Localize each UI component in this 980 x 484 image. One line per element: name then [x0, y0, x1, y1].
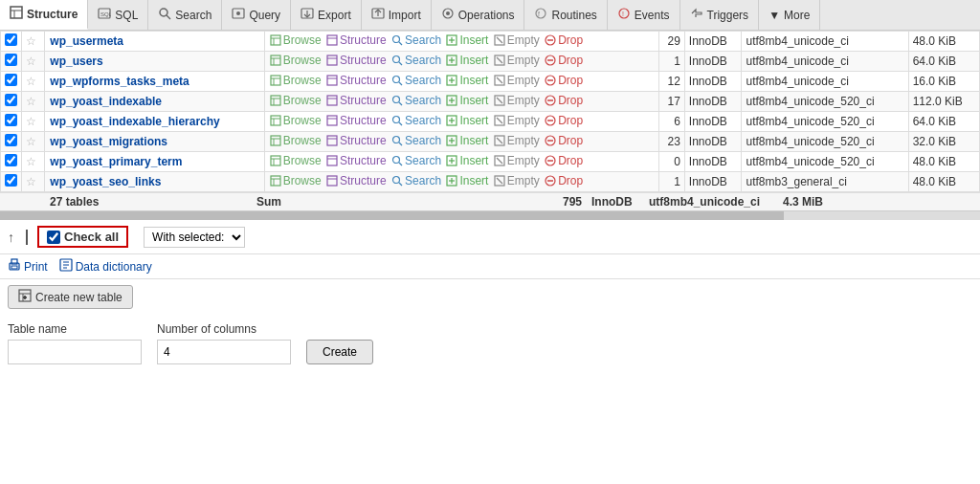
- empty-link[interactable]: Empty: [494, 174, 540, 187]
- structure-link[interactable]: Structure: [326, 134, 387, 147]
- table-name-link[interactable]: wp_yoast_primary_term: [50, 155, 182, 168]
- star-icon[interactable]: ☆: [26, 135, 36, 148]
- tab-structure[interactable]: Structure: [0, 0, 88, 30]
- tab-import[interactable]: Import: [362, 0, 432, 30]
- search-link[interactable]: Search: [391, 154, 441, 167]
- row-checkbox[interactable]: [5, 94, 17, 106]
- search-link[interactable]: Search: [391, 94, 441, 107]
- browse-link[interactable]: Browse: [270, 74, 322, 87]
- search-nav-icon: [158, 7, 171, 23]
- star-icon[interactable]: ☆: [26, 55, 36, 68]
- drop-link[interactable]: Drop: [545, 74, 583, 87]
- browse-link[interactable]: Browse: [270, 94, 322, 107]
- check-all-label[interactable]: Check all: [37, 226, 128, 248]
- table-name-link[interactable]: wp_usermeta: [50, 34, 123, 48]
- tab-operations[interactable]: Operations: [432, 0, 525, 30]
- tab-more[interactable]: ▼ More: [759, 0, 820, 30]
- browse-link[interactable]: Browse: [270, 174, 322, 187]
- table-name-link[interactable]: wp_wpforms_tasks_meta: [50, 75, 189, 88]
- search-link[interactable]: Search: [391, 134, 441, 147]
- search-link[interactable]: Search: [391, 174, 441, 187]
- tab-sql[interactable]: SQL SQL: [88, 0, 148, 30]
- row-checkbox[interactable]: [5, 74, 17, 86]
- create-button[interactable]: Create: [306, 340, 373, 364]
- with-selected-dropdown[interactable]: With selected:BrowseStructureDrop: [144, 227, 245, 248]
- structure-link[interactable]: Structure: [326, 33, 387, 47]
- search-link[interactable]: Search: [391, 114, 441, 127]
- star-icon[interactable]: ☆: [26, 155, 36, 168]
- structure-link[interactable]: Structure: [326, 114, 387, 127]
- browse-link[interactable]: Browse: [270, 134, 322, 147]
- drop-link[interactable]: Drop: [545, 33, 583, 47]
- search-link[interactable]: Search: [391, 54, 441, 67]
- create-new-table-button[interactable]: Create new table: [8, 285, 133, 309]
- empty-link[interactable]: Empty: [494, 134, 540, 147]
- insert-link[interactable]: Insert: [446, 54, 488, 67]
- table-name-input[interactable]: [8, 340, 142, 364]
- horizontal-scrollbar[interactable]: [0, 210, 980, 220]
- scroll-top-button[interactable]: ↑: [8, 230, 14, 245]
- structure-link[interactable]: Structure: [326, 154, 387, 167]
- row-checkbox[interactable]: [5, 33, 17, 46]
- print-link[interactable]: Print: [8, 258, 48, 275]
- drop-link[interactable]: Drop: [545, 94, 583, 107]
- star-icon[interactable]: ☆: [26, 34, 36, 48]
- row-checkbox[interactable]: [5, 174, 17, 187]
- empty-link[interactable]: Empty: [494, 33, 540, 47]
- insert-link[interactable]: Insert: [446, 154, 488, 167]
- row-checkbox[interactable]: [5, 54, 17, 66]
- tab-search[interactable]: Search: [148, 0, 222, 30]
- structure-link[interactable]: Structure: [326, 174, 387, 187]
- drop-link[interactable]: Drop: [545, 174, 583, 187]
- check-all-checkbox[interactable]: [47, 231, 60, 244]
- data-dictionary-link[interactable]: Data dictionary: [59, 258, 152, 275]
- row-checkbox[interactable]: [5, 134, 17, 146]
- empty-link[interactable]: Empty: [494, 74, 540, 87]
- structure-link[interactable]: Structure: [326, 74, 387, 87]
- structure-link[interactable]: Structure: [326, 54, 387, 67]
- drop-link[interactable]: Drop: [545, 114, 583, 127]
- search-link[interactable]: Search: [391, 33, 441, 47]
- browse-link[interactable]: Browse: [270, 154, 322, 167]
- svg-point-122: [393, 177, 400, 184]
- insert-link[interactable]: Insert: [446, 114, 488, 127]
- insert-link[interactable]: Insert: [446, 174, 488, 187]
- drop-link[interactable]: Drop: [545, 134, 583, 147]
- star-icon[interactable]: ☆: [26, 175, 36, 188]
- tab-routines[interactable]: f Routines: [524, 0, 607, 30]
- summary-total-collation: utf8mb4_unicode_ci: [649, 195, 783, 209]
- drop-link[interactable]: Drop: [545, 154, 583, 167]
- browse-link[interactable]: Browse: [270, 54, 322, 67]
- insert-link[interactable]: Insert: [446, 33, 488, 47]
- insert-link[interactable]: Insert: [446, 74, 488, 87]
- structure-link[interactable]: Structure: [326, 94, 387, 107]
- table-name-link[interactable]: wp_yoast_indexable: [50, 95, 162, 108]
- table-name-link[interactable]: wp_yoast_seo_links: [50, 175, 161, 188]
- insert-link[interactable]: Insert: [446, 94, 488, 107]
- table-name-link[interactable]: wp_users: [50, 55, 102, 68]
- empty-link[interactable]: Empty: [494, 94, 540, 107]
- row-type-cell: InnoDB: [684, 112, 742, 132]
- empty-link[interactable]: Empty: [494, 114, 540, 127]
- tab-export[interactable]: Export: [291, 0, 362, 30]
- row-checkbox[interactable]: [5, 154, 17, 166]
- tab-triggers[interactable]: Triggers: [680, 0, 760, 30]
- star-icon[interactable]: ☆: [26, 95, 36, 108]
- empty-link[interactable]: Empty: [494, 154, 540, 167]
- browse-link[interactable]: Browse: [270, 114, 322, 127]
- tab-query[interactable]: Query: [222, 0, 291, 30]
- drop-link[interactable]: Drop: [545, 54, 583, 67]
- search-link[interactable]: Search: [391, 74, 441, 87]
- browse-link[interactable]: Browse: [270, 33, 322, 47]
- star-icon[interactable]: ☆: [26, 115, 36, 128]
- table-name-link[interactable]: wp_yoast_indexable_hierarchy: [50, 115, 219, 128]
- empty-link[interactable]: Empty: [494, 54, 540, 67]
- num-columns-input[interactable]: [157, 340, 291, 364]
- svg-line-39: [399, 62, 402, 65]
- row-checkbox[interactable]: [5, 114, 17, 126]
- insert-link[interactable]: Insert: [446, 134, 488, 147]
- row-collation-cell: utf8mb4_unicode_520_ci: [742, 92, 908, 112]
- tab-events[interactable]: ! Events: [608, 0, 680, 30]
- table-name-link[interactable]: wp_yoast_migrations: [50, 135, 167, 148]
- star-icon[interactable]: ☆: [26, 75, 36, 88]
